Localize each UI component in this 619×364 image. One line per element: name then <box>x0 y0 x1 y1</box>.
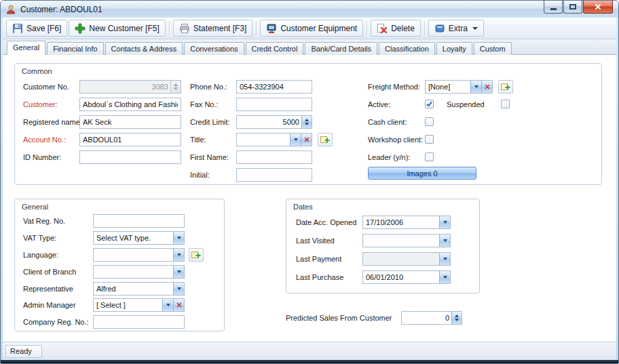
vat-type-combobox[interactable]: Select VAT type. <box>93 231 185 245</box>
account-no-input[interactable] <box>79 133 181 146</box>
vat-type-dropdown-button[interactable] <box>173 232 184 244</box>
predicted-sales-spinner[interactable]: 0 <box>401 311 462 325</box>
last-purchase-value: 06/01/2010 <box>363 271 439 283</box>
vat-reg-no-label: Vat Reg. No. <box>23 214 65 228</box>
predicted-sales-spin-buttons[interactable] <box>451 312 462 324</box>
language-combobox[interactable] <box>93 248 185 262</box>
client-of-branch-value <box>94 266 173 278</box>
freight-add-button[interactable] <box>498 80 513 94</box>
admin-manager-dropdown-button[interactable] <box>162 299 173 311</box>
chevron-down-icon <box>443 276 447 279</box>
extra-icon <box>434 23 445 34</box>
chevron-down-icon <box>166 304 170 306</box>
title-label: Title: <box>190 133 206 146</box>
last-visited-picker[interactable] <box>362 234 451 247</box>
tab-general[interactable]: General <box>7 41 45 55</box>
customer-input[interactable] <box>79 98 181 111</box>
language-add-button[interactable] <box>189 248 204 262</box>
company-reg-no-input[interactable] <box>93 315 185 329</box>
representative-combobox[interactable]: Alfred <box>93 282 185 296</box>
tab-credit-control[interactable]: Credit Control <box>246 42 304 55</box>
admin-manager-clear-button[interactable] <box>173 299 184 311</box>
date-acc-opened-label: Date Acc. Opened <box>296 216 356 229</box>
title-clear-button[interactable] <box>301 134 312 146</box>
maximize-button[interactable] <box>563 1 582 14</box>
last-payment-dropdown-button[interactable] <box>439 253 450 265</box>
freight-method-value: [None] <box>426 81 470 93</box>
customer-equipment-button[interactable]: Customer Equipment <box>260 20 363 37</box>
vat-reg-no-input[interactable] <box>93 214 185 228</box>
credit-limit-spin-buttons[interactable] <box>301 116 312 128</box>
customer-no-value: 3083 <box>80 81 170 93</box>
delete-button[interactable]: Delete <box>371 20 421 37</box>
clear-x-icon <box>304 137 310 142</box>
statement-button[interactable]: Statement [F3] <box>173 20 253 37</box>
active-checkbox[interactable] <box>425 100 434 108</box>
tab-custom[interactable]: Custom <box>474 42 512 55</box>
delete-icon <box>377 23 388 34</box>
title-combobox[interactable] <box>236 133 312 146</box>
last-payment-label: Last Payment <box>296 252 341 266</box>
initial-input[interactable] <box>236 168 312 182</box>
app-window: Customer: ABDOUL01 Save [F6] <box>0 0 619 364</box>
close-button[interactable] <box>583 1 613 14</box>
last-purchase-dropdown-button[interactable] <box>439 271 450 283</box>
cash-client-checkbox[interactable] <box>425 117 434 126</box>
tab-contacts-address[interactable]: Contacts & Address <box>105 42 183 55</box>
chevron-down-icon <box>443 221 447 224</box>
language-dropdown-button[interactable] <box>173 249 184 261</box>
tab-classification[interactable]: Classification <box>379 42 435 55</box>
last-visited-dropdown-button[interactable] <box>439 235 450 247</box>
save-button[interactable]: Save [F6] <box>6 20 67 37</box>
credit-limit-value: 5000 <box>237 116 301 128</box>
tab-bank-card-details[interactable]: Bank/Card Details <box>305 42 377 55</box>
chevron-down-icon <box>443 239 447 242</box>
fax-label: Fax No.: <box>190 98 219 111</box>
check-icon <box>426 100 433 108</box>
last-purchase-label: Last Purchase <box>296 270 343 284</box>
new-customer-label: New Customer [F5] <box>89 24 159 33</box>
workshop-client-checkbox[interactable] <box>425 135 434 144</box>
images-button[interactable]: Images 0 <box>368 167 476 180</box>
toolbar-separator <box>424 21 425 36</box>
chevron-down-icon <box>177 287 181 290</box>
admin-manager-combobox[interactable]: [ Select ] <box>93 298 185 312</box>
client-of-branch-combobox[interactable] <box>93 265 185 279</box>
client-of-branch-dropdown-button[interactable] <box>173 266 184 278</box>
freight-dropdown-button[interactable] <box>470 81 481 93</box>
suspended-label: Suspended <box>447 98 485 111</box>
toolbar: Save [F6] New Customer [F5] Statement [F… <box>3 18 616 39</box>
dates-group-title: Dates <box>293 203 313 211</box>
freight-method-label: Freight Method: <box>368 80 420 94</box>
minimize-button[interactable] <box>544 1 563 14</box>
tab-financial-info[interactable]: Financial Info <box>47 42 103 55</box>
id-number-input[interactable] <box>79 150 181 164</box>
last-purchase-picker[interactable]: 06/01/2010 <box>362 270 451 284</box>
first-name-input[interactable] <box>236 150 312 164</box>
spin-down-icon <box>305 123 309 125</box>
freight-clear-button[interactable] <box>481 81 492 93</box>
registered-name-input[interactable] <box>79 115 181 129</box>
freight-method-combobox[interactable]: [None] <box>425 80 493 94</box>
phone-input[interactable] <box>236 80 312 94</box>
representative-value: Alfred <box>94 283 173 295</box>
credit-limit-spinner[interactable]: 5000 <box>236 115 312 129</box>
tab-loyalty[interactable]: Loyalty <box>436 42 472 55</box>
leader-checkbox[interactable] <box>425 153 434 161</box>
fax-input[interactable] <box>236 98 312 111</box>
extra-button[interactable]: Extra <box>428 20 484 37</box>
date-acc-opened-picker[interactable]: 17/10/2006 <box>362 216 451 229</box>
title-dropdown-button[interactable] <box>290 134 301 146</box>
title-add-button[interactable] <box>318 133 333 146</box>
chevron-down-icon <box>177 237 181 239</box>
status-ready: Ready <box>5 345 42 358</box>
toolbar-separator <box>256 21 257 36</box>
suspended-checkbox[interactable] <box>501 100 510 108</box>
title-bar[interactable]: Customer: ABDOUL01 <box>1 1 618 18</box>
date-acc-opened-dropdown-button[interactable] <box>439 216 450 228</box>
cash-client-label: Cash client: <box>368 115 407 129</box>
representative-dropdown-button[interactable] <box>173 283 184 295</box>
maximize-icon <box>569 4 576 9</box>
tab-conversations[interactable]: Conversations <box>184 42 244 55</box>
new-customer-button[interactable]: New Customer [F5] <box>69 20 165 37</box>
